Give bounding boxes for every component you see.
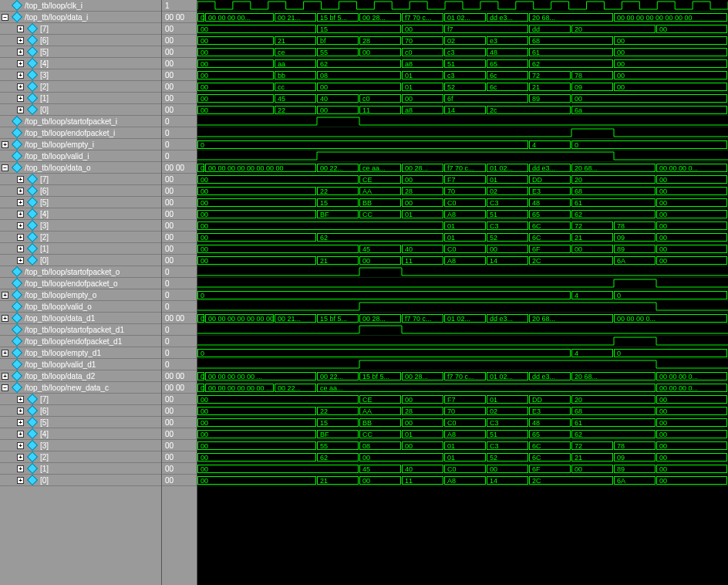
collapse-icon[interactable]: − <box>2 164 8 171</box>
waveform-row[interactable]: 004540C0006F008900 <box>197 243 728 255</box>
signal-row[interactable]: /top_tb/loop/valid_o <box>0 301 161 313</box>
waveform-row[interactable]: 00CE00F701DD2000 <box>197 174 728 185</box>
waveform-row[interactable]: 00cc0001526c210900 <box>197 81 728 93</box>
signal-row[interactable]: +/top_tb/loop/data_d1 <box>0 313 161 324</box>
waveform-row[interactable]: 00620001526C210900 <box>197 451 728 463</box>
waveform-row[interactable] <box>197 0 728 12</box>
signal-row[interactable]: /top_tb/loop/endofpacket_i <box>0 127 161 139</box>
signal-row[interactable]: +[7] <box>0 174 161 185</box>
signal-row[interactable]: /top_tb/loop/clk_i <box>0 0 161 12</box>
signal-row[interactable]: /top_tb/loop/startofpacket_d1 <box>0 324 161 336</box>
waveform-row[interactable]: 00BFCC01A851656200 <box>197 428 728 440</box>
signal-row[interactable]: +[0] <box>0 104 161 116</box>
waveform-row[interactable] <box>197 266 728 278</box>
expand-icon[interactable]: + <box>2 350 8 357</box>
signal-row[interactable]: +[2] <box>0 81 161 93</box>
waveform-column[interactable]: 00 0000 00 00 00...00 21...15 bf 5...00 … <box>197 0 728 585</box>
signal-row[interactable]: +[3] <box>0 440 161 451</box>
expand-icon[interactable]: + <box>17 234 24 241</box>
expand-icon[interactable]: + <box>17 95 24 102</box>
signal-row[interactable]: −/top_tb/loop/data_o <box>0 162 161 174</box>
waveform-row[interactable]: 040 <box>197 289 728 301</box>
signal-row[interactable]: +[4] <box>0 208 161 220</box>
signal-row[interactable]: +[5] <box>0 46 161 58</box>
waveform-row[interactable]: 040 <box>197 347 728 359</box>
signal-row[interactable]: +[1] <box>0 463 161 475</box>
expand-icon[interactable]: + <box>17 477 24 484</box>
signal-row[interactable]: +[1] <box>0 243 161 255</box>
signal-row[interactable]: +[0] <box>0 475 161 486</box>
waveform-row[interactable]: 00 0000 00 00 00 00 ...00 22...15 bf 5..… <box>197 370 728 382</box>
waveform-row[interactable] <box>197 336 728 347</box>
waveform-row[interactable]: 0022AA287002E36800 <box>197 185 728 197</box>
expand-icon[interactable]: + <box>2 141 8 148</box>
waveform-row[interactable]: 004540C0006F008900 <box>197 463 728 475</box>
signal-row[interactable]: +/top_tb/loop/empty_o <box>0 289 161 301</box>
waveform-row[interactable]: 006201526C210900 <box>197 232 728 243</box>
signal-row[interactable]: +[4] <box>0 428 161 440</box>
expand-icon[interactable]: + <box>17 176 24 183</box>
expand-icon[interactable]: + <box>2 292 8 299</box>
waveform-row[interactable]: 00BFCC01A851656200 <box>197 208 728 220</box>
waveform-row[interactable]: 00 0000 00 00 00...00 21...15 bf 5...00 … <box>197 12 728 23</box>
signal-row[interactable]: +[7] <box>0 394 161 405</box>
signal-row[interactable]: /top_tb/loop/valid_d1 <box>0 359 161 370</box>
waveform-row[interactable]: 00aa62a851656200 <box>197 58 728 69</box>
signal-row[interactable]: +[5] <box>0 197 161 208</box>
signal-row[interactable]: +[1] <box>0 93 161 104</box>
signal-row[interactable]: +[3] <box>0 69 161 81</box>
signal-row[interactable]: +[7] <box>0 23 161 35</box>
waveform-row[interactable]: 0055080001C36C727800 <box>197 440 728 451</box>
signal-row[interactable]: +[2] <box>0 451 161 463</box>
waveform-row[interactable] <box>197 324 728 336</box>
expand-icon[interactable]: + <box>17 431 24 438</box>
expand-icon[interactable]: + <box>17 37 24 44</box>
expand-icon[interactable]: + <box>17 60 24 67</box>
waveform-row[interactable] <box>197 359 728 370</box>
signal-row[interactable]: +[6] <box>0 405 161 417</box>
signal-row[interactable]: /top_tb/loop/valid_i <box>0 150 161 162</box>
waveform-row[interactable] <box>197 278 728 289</box>
signal-row[interactable]: +/top_tb/loop/data_d2 <box>0 370 161 382</box>
signal-row[interactable]: /top_tb/loop/endofpacket_d1 <box>0 336 161 347</box>
expand-icon[interactable]: + <box>17 25 24 32</box>
signal-row[interactable]: +[5] <box>0 417 161 428</box>
signal-row[interactable]: +[4] <box>0 58 161 69</box>
signal-row[interactable]: −/top_tb/loop/new_data_c <box>0 382 161 394</box>
waveform-row[interactable]: 00 0000 00 00 00 00 00 00 0000 22...ce a… <box>197 162 728 174</box>
waveform-row[interactable]: 00210011A8142C6A00 <box>197 475 728 486</box>
expand-icon[interactable]: + <box>17 257 24 264</box>
waveform-row[interactable]: 001500f7dd2000 <box>197 23 728 35</box>
expand-icon[interactable]: + <box>17 442 24 449</box>
expand-icon[interactable]: + <box>17 454 24 461</box>
waveform-row[interactable]: 040 <box>197 139 728 150</box>
waveform-row[interactable]: 00 0000 00 00 00 00 00 ...00 22...ce aa.… <box>197 382 728 394</box>
waveform-row[interactable] <box>197 301 728 313</box>
signal-values-column[interactable]: 100 000000000000000000000000 00000000000… <box>162 0 197 585</box>
waveform-row[interactable]: 0015BB00C0C3486100 <box>197 197 728 208</box>
expand-icon[interactable]: + <box>17 245 24 252</box>
waveform-row[interactable]: 00 0000 00 00 00 00 00 00 0000 21...15 b… <box>197 313 728 324</box>
signal-row[interactable]: +[3] <box>0 220 161 232</box>
waveform-row[interactable]: 00220011a8142c6a <box>197 104 728 116</box>
expand-icon[interactable]: + <box>2 315 8 322</box>
expand-icon[interactable]: + <box>17 107 24 113</box>
waveform-row[interactable]: 004540c0006f8900 <box>197 93 728 104</box>
expand-icon[interactable]: + <box>17 419 24 426</box>
expand-icon[interactable]: + <box>17 83 24 90</box>
waveform-row[interactable]: 00ce5500c0c3486100 <box>197 46 728 58</box>
signal-row[interactable]: /top_tb/loop/endofpacket_o <box>0 278 161 289</box>
collapse-icon[interactable]: − <box>2 14 8 21</box>
expand-icon[interactable]: + <box>2 373 8 380</box>
waveform-row[interactable] <box>197 116 728 127</box>
expand-icon[interactable]: + <box>17 407 24 414</box>
collapse-icon[interactable]: − <box>2 384 8 391</box>
signal-row[interactable]: +[2] <box>0 232 161 243</box>
expand-icon[interactable]: + <box>17 211 24 218</box>
waveform-row[interactable]: 0015BB00C0C3486100 <box>197 417 728 428</box>
expand-icon[interactable]: + <box>17 465 24 472</box>
waveform-row[interactable]: 0001C36C727800 <box>197 220 728 232</box>
signal-row[interactable]: /top_tb/loop/startofpacket_o <box>0 266 161 278</box>
expand-icon[interactable]: + <box>17 396 24 403</box>
signal-row[interactable]: +/top_tb/loop/empty_d1 <box>0 347 161 359</box>
